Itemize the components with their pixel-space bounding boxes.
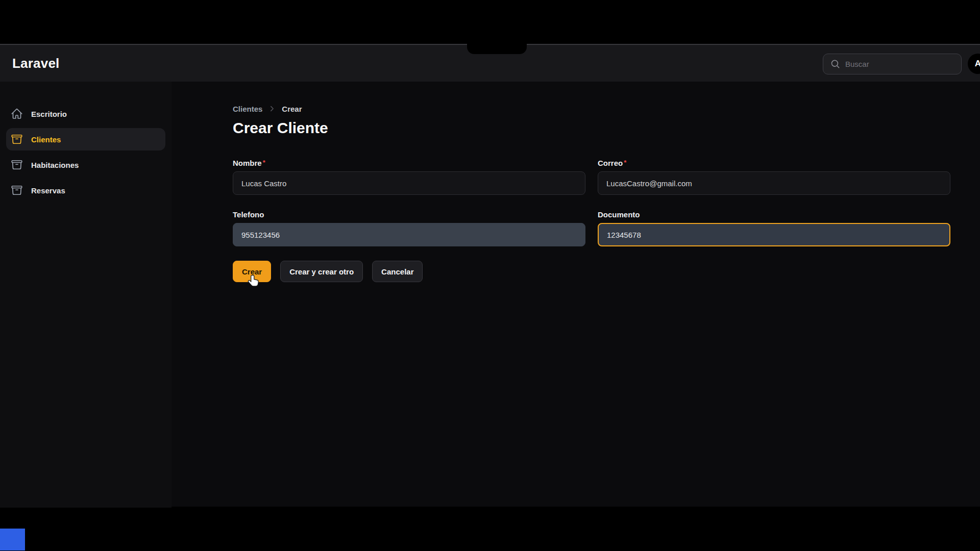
field-nombre: Nombre*: [233, 159, 585, 195]
bottom-left-blue-square: [0, 529, 25, 550]
sidebar-item-clientes[interactable]: Clientes: [6, 128, 165, 151]
user-avatar[interactable]: A: [968, 54, 980, 74]
sidebar-item-label: Reservas: [31, 186, 65, 195]
search-icon: [830, 59, 840, 69]
required-asterisk: *: [624, 159, 626, 166]
sidebar-nav: Escritorio Clientes Habitaciones: [6, 103, 165, 202]
field-documento: Documento: [598, 210, 950, 246]
breadcrumb: Clientes Crear: [233, 104, 950, 114]
documento-label: Documento: [598, 210, 950, 219]
app-window: Laravel Buscar A Escritorio: [0, 44, 980, 507]
form-actions: Crear Crear y crear otro Cancelar: [233, 261, 950, 282]
field-correo: Correo*: [598, 159, 950, 195]
breadcrumb-clientes[interactable]: Clientes: [233, 105, 262, 113]
sidebar-item-label: Escritorio: [31, 110, 67, 118]
sidebar-item-label: Clientes: [31, 135, 61, 144]
screen: Laravel Buscar A Escritorio: [0, 0, 980, 551]
camera-notch: [467, 44, 527, 54]
archive-box-icon: [11, 184, 23, 196]
home-icon: [11, 108, 23, 120]
search-placeholder: Buscar: [845, 60, 869, 68]
page-title: Crear Cliente: [233, 119, 950, 137]
chevron-right-icon: [268, 105, 276, 112]
required-asterisk: *: [263, 159, 265, 166]
breadcrumb-crear: Crear: [282, 105, 302, 113]
cancelar-button[interactable]: Cancelar: [372, 261, 423, 282]
topbar: Laravel Buscar A: [0, 45, 980, 82]
crear-button[interactable]: Crear: [233, 261, 271, 282]
main-content: Clientes Crear Crear Cliente Nombre* Cor…: [233, 104, 950, 282]
sidebar-item-escritorio[interactable]: Escritorio: [6, 103, 165, 125]
nombre-input[interactable]: [233, 171, 585, 195]
documento-input[interactable]: [598, 223, 950, 246]
field-telefono: Telefono: [233, 210, 585, 246]
crear-y-crear-otro-button[interactable]: Crear y crear otro: [280, 261, 363, 282]
nombre-label: Nombre*: [233, 159, 585, 167]
app-logo[interactable]: Laravel: [12, 56, 59, 71]
correo-input[interactable]: [598, 171, 950, 195]
sidebar-item-label: Habitaciones: [31, 161, 79, 169]
archive-box-icon: [11, 159, 23, 171]
sidebar-item-habitaciones[interactable]: Habitaciones: [6, 154, 165, 176]
archive-box-icon: [11, 133, 23, 145]
telefono-input[interactable]: [233, 223, 585, 246]
sidebar-item-reservas[interactable]: Reservas: [6, 179, 165, 202]
global-search-input[interactable]: Buscar: [823, 54, 962, 74]
correo-label: Correo*: [598, 159, 950, 167]
telefono-label: Telefono: [233, 210, 585, 219]
create-client-form: Nombre* Correo* Telefono Documento: [233, 159, 950, 246]
avatar-letter: A: [975, 59, 980, 69]
sidebar: Escritorio Clientes Habitaciones: [0, 82, 172, 508]
